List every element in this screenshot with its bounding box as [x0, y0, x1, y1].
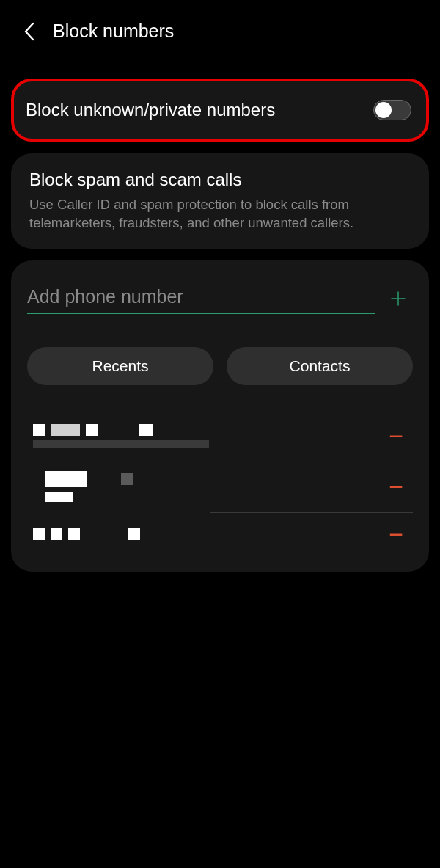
block-spam-label: Block spam and scam calls — [29, 169, 411, 190]
add-number-button[interactable] — [389, 288, 413, 313]
blocked-list: − − — [27, 415, 413, 557]
chevron-left-icon — [23, 22, 35, 41]
redacted-number — [33, 440, 209, 448]
recents-tab[interactable]: Recents — [27, 347, 213, 385]
remove-button[interactable]: − — [389, 423, 407, 448]
block-unknown-setting[interactable]: Block unknown/private numbers — [11, 79, 429, 142]
remove-button[interactable]: − — [389, 474, 407, 499]
list-item[interactable]: − — [27, 513, 413, 557]
redacted-name — [33, 424, 209, 436]
redacted-number — [45, 492, 133, 502]
plus-icon — [389, 290, 407, 307]
list-item[interactable]: − — [27, 415, 413, 459]
redacted-name — [33, 528, 140, 540]
page-title: Block numbers — [53, 21, 174, 42]
back-button[interactable] — [22, 24, 37, 39]
toggle-knob — [375, 102, 392, 118]
remove-button[interactable]: − — [389, 522, 407, 547]
list-item[interactable]: − — [27, 462, 413, 512]
phone-input[interactable] — [27, 286, 375, 314]
redacted-name — [45, 471, 133, 487]
contacts-tab[interactable]: Contacts — [227, 347, 413, 385]
block-spam-setting[interactable]: Block spam and scam calls Use Caller ID … — [11, 153, 429, 249]
block-unknown-toggle[interactable] — [373, 100, 411, 120]
blocked-numbers-panel: Recents Contacts − — [11, 260, 429, 572]
block-unknown-label: Block unknown/private numbers — [26, 100, 275, 120]
block-spam-description: Use Caller ID and spam protection to blo… — [29, 196, 411, 233]
